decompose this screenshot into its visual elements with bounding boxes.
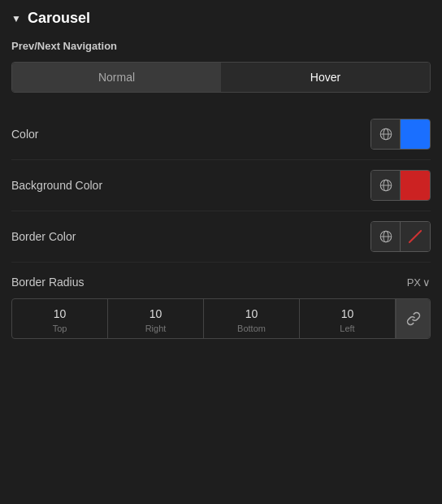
slash-line <box>409 230 422 244</box>
link-button[interactable] <box>396 299 430 338</box>
border-color-control <box>370 221 431 252</box>
border-color-row: Border Color <box>11 211 431 263</box>
radius-top-group: Top <box>12 299 108 338</box>
bg-color-control <box>370 170 431 201</box>
subsection-title: Prev/Next Navigation <box>11 40 431 52</box>
radius-left-label: Left <box>340 324 354 338</box>
radius-right-label: Right <box>145 324 167 338</box>
color-row: Color <box>11 109 431 160</box>
border-radius-label: Border Radius <box>11 276 84 289</box>
radius-inputs-container: Top Right Bottom Left <box>11 298 431 339</box>
tab-group: Normal Hover <box>11 62 431 93</box>
tab-hover[interactable]: Hover <box>221 63 430 92</box>
section-header: ▼ Carousel <box>11 10 431 27</box>
color-control <box>370 119 431 150</box>
bg-color-label: Background Color <box>11 179 102 192</box>
bg-color-row: Background Color <box>11 160 431 211</box>
radius-right-input[interactable] <box>108 299 203 324</box>
radius-right-group: Right <box>108 299 204 338</box>
radius-top-label: Top <box>53 324 67 338</box>
color-swatch-transparent[interactable] <box>401 222 430 251</box>
border-radius-section: Border Radius PX ∨ Top Right Bottom Left <box>11 276 431 339</box>
border-color-label: Border Color <box>11 230 76 243</box>
radius-top-input[interactable] <box>12 299 107 324</box>
color-label: Color <box>11 128 38 141</box>
border-radius-header: Border Radius PX ∨ <box>11 276 431 289</box>
unit-label: PX <box>407 276 421 289</box>
radius-bottom-input[interactable] <box>204 299 299 324</box>
section-title: Carousel <box>28 10 90 27</box>
chevron-icon[interactable]: ▼ <box>11 13 21 24</box>
border-color-globe-button[interactable] <box>371 222 401 251</box>
globe-icon-border <box>379 229 393 244</box>
bg-color-globe-button[interactable] <box>371 171 401 200</box>
color-globe-button[interactable] <box>371 119 401 149</box>
color-swatch-blue[interactable] <box>401 119 430 149</box>
tab-normal[interactable]: Normal <box>12 63 221 92</box>
link-icon <box>406 311 421 326</box>
globe-icon <box>379 127 393 141</box>
unit-selector[interactable]: PX ∨ <box>407 276 431 289</box>
color-swatch-red[interactable] <box>401 171 430 200</box>
chevron-down-icon: ∨ <box>422 276 431 289</box>
radius-bottom-group: Bottom <box>204 299 300 338</box>
radius-left-group: Left <box>300 299 396 338</box>
radius-bottom-label: Bottom <box>237 324 266 338</box>
radius-left-input[interactable] <box>300 299 395 324</box>
globe-icon-bg <box>379 178 393 193</box>
carousel-panel: ▼ Carousel Prev/Next Navigation Normal H… <box>0 0 442 349</box>
